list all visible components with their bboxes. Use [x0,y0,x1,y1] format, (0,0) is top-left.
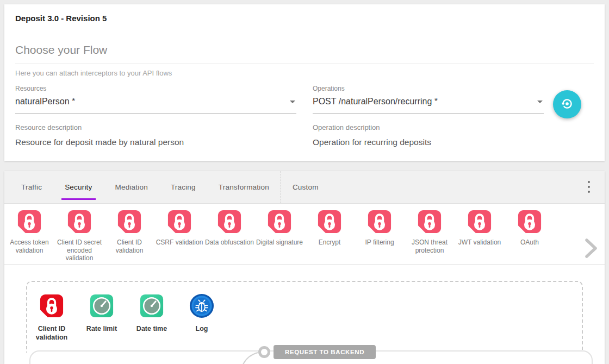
flow-canvas: Client ID validation Rate limit Date tim… [4,265,605,364]
lock-badge-icon [467,209,492,234]
page: Deposit 3.0 - Revision 5 Choose your Flo… [0,0,609,364]
tab-bar: Traffic Security Mediation Tracing Trans… [4,171,605,204]
chevron-down-icon [290,101,295,103]
lock-badge-icon [67,209,92,234]
palette-item-encrypt[interactable]: Encrypt [304,209,355,264]
flow-item-log[interactable]: Log [177,293,227,342]
attached-interceptors: Client ID validation Rate limit Date tim… [27,293,227,342]
lock-badge-icon [267,209,292,234]
operations-label: Operations [313,85,544,92]
history-restore-icon [560,97,574,112]
request-to-backend-badge: REQUEST TO BACKEND [274,345,376,359]
resources-value: naturalPerson * [15,97,296,114]
palette-item-data-obfuscation[interactable]: Data obfuscation [204,209,254,264]
chevron-right-icon[interactable] [584,237,598,261]
chevron-down-icon [537,101,543,103]
palette-item-jwt-validation[interactable]: JWT validation [455,209,505,264]
tab-security[interactable]: Security [53,171,103,203]
gauge-icon [89,293,114,318]
flow-item-client-id-validation[interactable]: Client ID validation [27,293,77,342]
lock-badge-icon [317,209,342,234]
lock-badge-icon [417,209,442,234]
section-subtitle: Here you can attach interceptors to your… [15,69,172,77]
tab-transformation[interactable]: Transformation [207,171,281,203]
palette-item-access-token-validation[interactable]: Access token validation [4,209,54,264]
palette-item-csrf-validation[interactable]: CSRF validation [154,209,204,264]
resource-description: Resource description Resource for deposi… [15,123,184,147]
bug-icon [189,293,214,318]
flow-item-date-time[interactable]: Date time [127,293,177,342]
palette-item-oauth[interactable]: OAuth [505,209,555,264]
palette-item-ip-filtering[interactable]: IP filtering [355,209,405,264]
palette-item-digital-signature[interactable]: Digital signature [254,209,304,264]
interceptors-card: Traffic Security Mediation Tracing Trans… [4,171,605,364]
flow-chooser-card: Deposit 3.0 - Revision 5 Choose your Flo… [4,4,605,161]
interceptor-palette: Access token validation Client ID secret… [4,204,605,265]
resources-label: Resources [15,85,296,92]
palette-item-client-id-secret-encoded-validation[interactable]: Client ID secret encoded validation [54,209,104,264]
kebab-menu-icon[interactable] [586,179,592,194]
palette-item-client-id-validation[interactable]: Client ID validation [104,209,154,264]
operations-select[interactable]: Operations POST /naturalPerson/recurring… [313,85,544,114]
revert-flow-button[interactable] [553,90,581,118]
api-title: Deposit 3.0 - Revision 5 [15,14,107,23]
lock-badge-icon [217,209,242,234]
lock-badge-icon [117,209,142,234]
lock-badge-icon [517,209,542,234]
gauge-icon [139,293,164,318]
tab-traffic[interactable]: Traffic [10,171,53,203]
tab-tracing[interactable]: Tracing [159,171,207,203]
lock-badge-icon [39,293,64,318]
flow-node [258,346,270,358]
lock-badge-icon [167,209,192,234]
operations-value: POST /naturalPerson/recurring * [313,97,544,114]
tab-mediation[interactable]: Mediation [104,171,159,203]
lock-badge-icon [367,209,392,234]
palette-item-json-threat-protection[interactable]: JSON threat protection [405,209,455,264]
resources-select[interactable]: Resources naturalPerson * [15,85,296,114]
lock-badge-icon [17,209,42,234]
tab-custom[interactable]: Custom [281,171,330,203]
section-heading: Choose your Flow [15,43,594,64]
flow-item-rate-limit[interactable]: Rate limit [77,293,127,342]
operation-description: Operation description Operation for recu… [313,123,431,147]
